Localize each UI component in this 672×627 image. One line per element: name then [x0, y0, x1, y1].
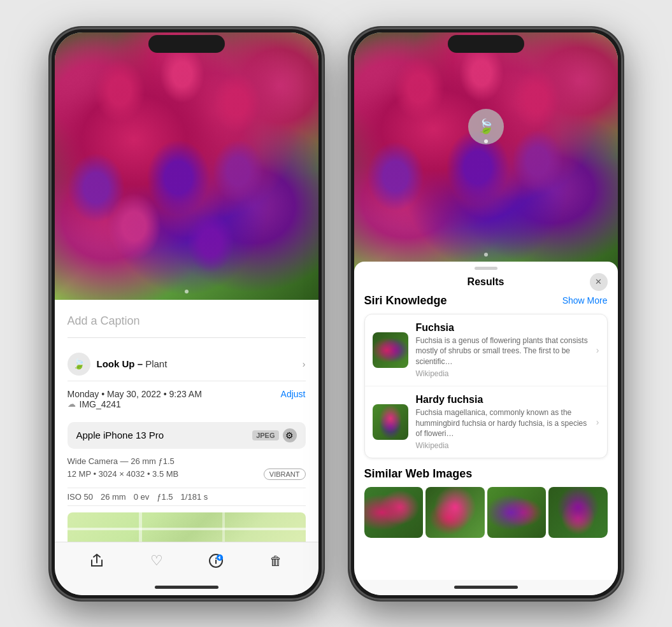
- home-indicator-2: [354, 580, 618, 595]
- vibrant-badge: VIBRANT: [264, 468, 306, 480]
- date-text: Monday • May 30, 2022 • 9:23 AM: [68, 389, 202, 399]
- notch-2: [448, 35, 524, 53]
- similar-section: Similar Web Images: [364, 467, 608, 538]
- home-bar: [155, 586, 218, 589]
- home-indicator: [55, 580, 318, 595]
- camera-details: Wide Camera — 26 mm ƒ1.5 12 MP • 3024 × …: [68, 454, 306, 488]
- hardy-fuchsia-desc: Fuchsia magellanica, commonly known as t…: [416, 407, 591, 439]
- show-more-button[interactable]: Show More: [562, 295, 608, 306]
- lookup-icon-circle: 🍃: [68, 353, 90, 376]
- sheet-title: Results: [468, 276, 504, 288]
- phone-2: 🍃 Results ✕ Siri Knowledge Show More: [349, 27, 623, 600]
- sheet-header: Results ✕: [354, 272, 618, 294]
- camera-detail-row2: 12 MP • 3024 × 4032 • 3.5 MB VIBRANT: [68, 468, 306, 480]
- device-name: Apple iPhone 13 Pro: [76, 430, 164, 440]
- fuchsia-chevron: ›: [596, 345, 599, 355]
- hardy-fuchsia-info: Hardy fuchsia Fuchsia magellanica, commo…: [416, 394, 591, 450]
- home-bar-2: [454, 586, 518, 589]
- close-button[interactable]: ✕: [590, 273, 608, 291]
- similar-title: Similar Web Images: [364, 467, 473, 481]
- info-button[interactable]: [202, 547, 230, 575]
- shutter-value: 1/181 s: [181, 492, 208, 502]
- gear-icon: ⚙: [283, 428, 297, 442]
- exif-row: ISO 50 26 mm 0 ev ƒ1.5 1/181 s: [68, 488, 306, 506]
- siri-knowledge-header: Siri Knowledge Show More: [364, 294, 608, 307]
- hardy-fuchsia-thumbnail: [373, 404, 408, 440]
- delete-button[interactable]: 🗑: [262, 547, 290, 575]
- caption-input[interactable]: Add a Caption: [68, 309, 306, 338]
- camera-desc: Wide Camera — 26 mm ƒ1.5: [68, 456, 306, 466]
- map-area[interactable]: [68, 512, 306, 542]
- similar-image-4[interactable]: [548, 487, 608, 538]
- lookup-row[interactable]: 🍃 Look Up – Plant ›: [68, 348, 306, 381]
- sheet-content: Siri Knowledge Show More Fuchsia Fuchsia…: [354, 294, 618, 580]
- adjust-button[interactable]: Adjust: [281, 389, 306, 399]
- favorite-button[interactable]: ♡: [143, 547, 171, 575]
- photo-display-2: 🍃: [354, 32, 618, 274]
- lookup-text: Look Up – Plant: [97, 358, 168, 369]
- iso-value: ISO 50: [68, 492, 93, 502]
- hardy-fuchsia-item[interactable]: Hardy fuchsia Fuchsia magellanica, commo…: [365, 386, 607, 458]
- device-badges: JPEG ⚙: [252, 428, 296, 442]
- hardy-fuchsia-name: Hardy fuchsia: [416, 394, 591, 405]
- fuchsia-thumbnail: [373, 332, 408, 368]
- similar-image-3[interactable]: [487, 487, 547, 538]
- similar-image-2[interactable]: [425, 487, 485, 538]
- phone-1: Add a Caption 🍃 Look Up – Plant › Monday: [50, 27, 324, 600]
- sheet-handle: [475, 267, 497, 270]
- fuchsia-item[interactable]: Fuchsia Fuchsia is a genus of flowering …: [365, 314, 607, 386]
- phone-2-screen: 🍃 Results ✕ Siri Knowledge Show More: [354, 32, 618, 595]
- similar-header: Similar Web Images: [364, 467, 608, 481]
- focal-value: 26 mm: [101, 492, 126, 502]
- notch: [148, 35, 225, 53]
- resolution-text: 12 MP • 3024 × 4032 • 3.5 MB: [68, 469, 179, 479]
- similar-images: [364, 487, 608, 538]
- share-button[interactable]: [83, 547, 111, 575]
- fuchsia-source: Wikipedia: [416, 369, 591, 378]
- fuchsia-desc: Fuchsia is a genus of flowering plants t…: [416, 335, 591, 367]
- filename-row: ☁ IMG_4241: [68, 399, 202, 409]
- cloud-icon: ☁: [68, 399, 76, 409]
- fuchsia-name: Fuchsia: [416, 322, 591, 334]
- leaf-icon: 🍃: [73, 358, 85, 370]
- toolbar: ♡ 🗑: [55, 542, 318, 580]
- date-row: Monday • May 30, 2022 • 9:23 AM ☁ IMG_42…: [68, 389, 306, 417]
- photo-info-panel: Add a Caption 🍃 Look Up – Plant › Monday: [55, 300, 318, 542]
- format-badge: JPEG: [252, 430, 278, 440]
- ev-value: 0 ev: [134, 492, 150, 502]
- filename: IMG_4241: [80, 399, 121, 409]
- photo-display[interactable]: [55, 32, 318, 300]
- phone-1-screen: Add a Caption 🍃 Look Up – Plant › Monday: [55, 32, 318, 595]
- hardy-fuchsia-source: Wikipedia: [416, 441, 591, 450]
- fuchsia-info: Fuchsia Fuchsia is a genus of flowering …: [416, 322, 591, 378]
- hardy-fuchsia-chevron: ›: [596, 417, 599, 427]
- device-row: Apple iPhone 13 Pro JPEG ⚙: [68, 422, 306, 449]
- siri-knowledge-title: Siri Knowledge: [364, 294, 447, 307]
- aperture-value: ƒ1.5: [157, 492, 173, 502]
- results-sheet: Results ✕ Siri Knowledge Show More: [354, 262, 618, 595]
- lookup-fab-dot: [484, 139, 488, 143]
- knowledge-card: Fuchsia Fuchsia is a genus of flowering …: [364, 314, 608, 459]
- lookup-chevron: ›: [303, 359, 306, 369]
- similar-image-1[interactable]: [364, 487, 424, 538]
